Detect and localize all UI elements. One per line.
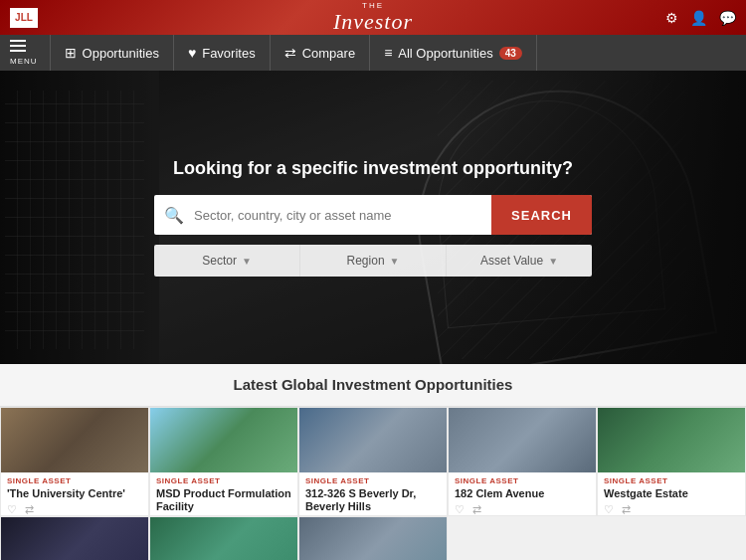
card-item-6[interactable]: SINGLE ASSET Eureka Tower ♡ ⇄ [0, 516, 149, 560]
header-icons: ⚙ 👤 💬 [665, 10, 736, 26]
search-icon: 🔍 [154, 206, 194, 225]
cards-grid: SINGLE ASSET 'The University Centre' ♡ ⇄… [0, 407, 746, 560]
card-favorite-icon-5[interactable]: ♡ [604, 503, 614, 516]
card-item-7[interactable]: SINGLE ASSET Waiheke Island Beachfront L… [149, 516, 298, 560]
hero-heading: Looking for a specific investment opport… [173, 158, 573, 179]
card-favorite-icon-1[interactable]: ♡ [7, 503, 17, 516]
menu-button[interactable]: MENU [10, 40, 38, 66]
asset-value-chevron-icon: ▼ [548, 256, 558, 267]
card-name-3: 312-326 S Beverly Dr, Beverly Hills [305, 487, 441, 513]
nav-item-compare[interactable]: ⇄ Compare [271, 35, 370, 71]
card-body-4: SINGLE ASSET 182 Clem Avenue ♡ ⇄ [449, 472, 596, 516]
nav-item-opportunities[interactable]: ⊞ Opportunities [50, 35, 174, 71]
menu-line-3 [10, 50, 26, 52]
card-type-1: SINGLE ASSET [7, 476, 142, 486]
filter-region[interactable]: Region ▼ [300, 245, 447, 277]
list-icon: ≡ [384, 45, 392, 61]
section-title: Latest Global Investment Opportunities [234, 376, 513, 393]
card-compare-icon-4[interactable]: ⇄ [472, 503, 481, 516]
nav-label-favorites: Favorites [202, 46, 255, 61]
card-favorite-icon-4[interactable]: ♡ [455, 503, 465, 516]
menu-label: MENU [10, 57, 38, 66]
card-actions-4: ♡ ⇄ [455, 503, 590, 516]
card-type-4: SINGLE ASSET [455, 476, 590, 486]
card-body-1: SINGLE ASSET 'The University Centre' ♡ ⇄ [1, 472, 148, 516]
search-button[interactable]: SEARCH [491, 195, 592, 235]
card-actions-5: ♡ ⇄ [604, 503, 739, 516]
filter-asset-value-label: Asset Value [480, 254, 543, 268]
nav-item-all-opportunities[interactable]: ≡ All Opportunities 43 [370, 35, 537, 71]
card-image-3 [299, 408, 447, 472]
hero-section: Looking for a specific investment opport… [0, 71, 746, 364]
hero-content: Looking for a specific investment opport… [0, 158, 746, 277]
settings-icon[interactable]: ⚙ [665, 10, 678, 26]
filter-row: Sector ▼ Region ▼ Asset Value ▼ [154, 245, 592, 277]
card-body-3: SINGLE ASSET 312-326 S Beverly Dr, Bever… [299, 472, 447, 516]
filter-region-label: Region [347, 254, 385, 268]
grid-icon: ⊞ [65, 45, 77, 61]
heart-icon: ♥ [188, 45, 196, 61]
card-compare-icon-5[interactable]: ⇄ [622, 503, 631, 516]
card-type-5: SINGLE ASSET [604, 476, 739, 486]
filter-sector[interactable]: Sector ▼ [154, 245, 300, 277]
search-input[interactable] [194, 208, 491, 223]
logo-text: JLL [15, 12, 33, 23]
logo[interactable]: JLL [10, 8, 38, 28]
card-item-4[interactable]: SINGLE ASSET 182 Clem Avenue ♡ ⇄ [448, 407, 597, 516]
card-body-5: SINGLE ASSET Westgate Estate ♡ ⇄ [598, 472, 745, 516]
card-name-1: 'The University Centre' [7, 487, 142, 500]
nav-label-compare: Compare [302, 46, 355, 61]
card-name-5: Westgate Estate [604, 487, 739, 500]
card-item-2[interactable]: SINGLE ASSET MSD Product Formulation Fac… [149, 407, 298, 516]
nav-label-opportunities: Opportunities [83, 46, 159, 61]
card-image-4 [449, 408, 596, 472]
card-image-2 [150, 408, 297, 472]
logo-box: JLL [10, 8, 38, 28]
filter-sector-label: Sector [202, 254, 237, 268]
nav-label-all: All Opportunities [398, 46, 492, 61]
card-body-2: SINGLE ASSET MSD Product Formulation Fac… [150, 472, 297, 516]
app-header: JLL The Investor ⚙ 👤 💬 [0, 0, 746, 35]
card-image-6 [1, 517, 148, 560]
card-item-5[interactable]: SINGLE ASSET Westgate Estate ♡ ⇄ [597, 407, 746, 516]
nav-item-favorites[interactable]: ♥ Favorites [174, 35, 271, 71]
card-type-3: SINGLE ASSET [305, 476, 441, 486]
card-compare-icon-1[interactable]: ⇄ [25, 503, 34, 516]
main-nav: MENU ⊞ Opportunities ♥ Favorites ⇄ Compa… [0, 35, 746, 71]
card-item-8[interactable]: SINGLE ASSET The Pros... ♡ ⇄ [298, 516, 448, 560]
card-image-8 [299, 517, 447, 560]
filter-asset-value[interactable]: Asset Value ▼ [447, 245, 592, 277]
card-image-1 [1, 408, 148, 472]
compare-icon: ⇄ [284, 45, 296, 61]
menu-line-1 [10, 40, 26, 42]
app-title: Investor [333, 11, 413, 33]
user-icon[interactable]: 👤 [690, 10, 707, 26]
menu-line-2 [10, 45, 26, 47]
chat-icon[interactable]: 💬 [719, 10, 736, 26]
region-chevron-icon: ▼ [390, 256, 400, 267]
card-actions-1: ♡ ⇄ [7, 503, 142, 516]
all-opportunities-badge: 43 [499, 47, 522, 60]
card-image-7 [150, 517, 297, 560]
card-item-3[interactable]: SINGLE ASSET 312-326 S Beverly Dr, Bever… [298, 407, 448, 516]
sector-chevron-icon: ▼ [242, 256, 252, 267]
card-type-2: SINGLE ASSET [156, 476, 291, 486]
section-title-wrap: Latest Global Investment Opportunities [0, 364, 746, 407]
card-name-4: 182 Clem Avenue [455, 487, 590, 500]
search-bar: 🔍 SEARCH [154, 195, 592, 235]
card-name-2: MSD Product Formulation Facility [156, 487, 291, 513]
header-title-wrap: The Investor [333, 2, 413, 33]
card-item-1[interactable]: SINGLE ASSET 'The University Centre' ♡ ⇄ [0, 407, 149, 516]
card-image-5 [598, 408, 745, 472]
